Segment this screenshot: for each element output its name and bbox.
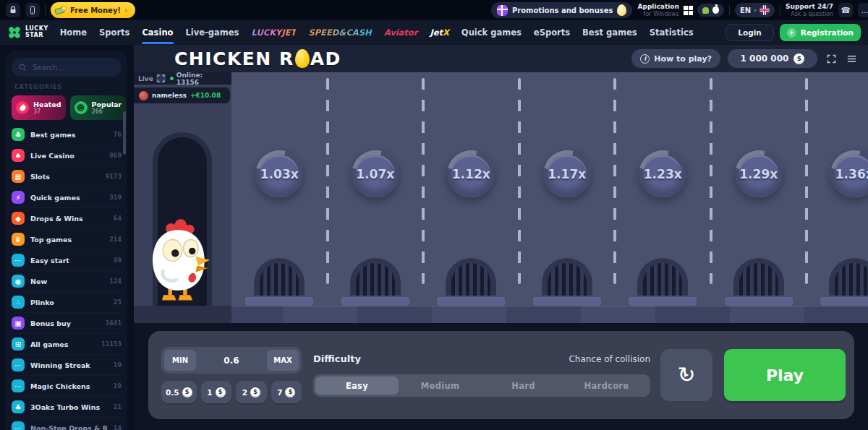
quick-bet-chip-7[interactable]: 7$ <box>271 381 302 403</box>
main-nav: LUCKY STAR HomeSportsCasinoLive-gamesLuc… <box>0 20 868 45</box>
sidebar-item-count: 9173 <box>106 173 122 180</box>
chevron-down-icon: ▾ <box>754 7 757 14</box>
nav-item-live-games[interactable]: Live-games <box>186 27 239 38</box>
sidebar-item-label: Winning Streak <box>30 361 108 369</box>
chat-button[interactable]: … <box>858 3 868 17</box>
support-block[interactable]: Support 24/7 Ask a question <box>786 3 833 17</box>
sidebar-item-non-stop-drops-races[interactable]: ⋯Non-Stop Drops & Races14 <box>12 418 122 430</box>
brand-line2: STAR <box>25 33 48 39</box>
multiplier-coin[interactable]: 1.36x <box>830 150 868 198</box>
sidebar-item-count: 49 <box>114 257 122 264</box>
play-button[interactable]: Play <box>724 349 846 401</box>
ask-question-label: Ask a question <box>791 11 833 18</box>
registration-button[interactable]: + Registration <box>780 24 861 41</box>
chip-value: 7 <box>277 388 282 397</box>
difficulty-easy[interactable]: Easy <box>315 377 399 395</box>
lane-4: 1.17x <box>519 72 616 306</box>
site-logo[interactable]: LUCKY STAR <box>7 25 48 40</box>
nav-item-esports[interactable]: eSports <box>534 27 570 38</box>
max-bet-button[interactable]: MAX <box>267 350 299 371</box>
difficulty-hardcore[interactable]: Hardcore <box>565 377 648 395</box>
nav-item-home[interactable]: Home <box>60 27 87 38</box>
sidebar-item-count: 14 <box>114 425 122 430</box>
multiplier-coin[interactable]: 1.23x <box>639 150 686 198</box>
free-money-button[interactable]: Free Money! › <box>51 2 135 18</box>
multiplier-coin[interactable]: 1.12x <box>447 150 495 198</box>
menu-button[interactable] <box>845 52 858 65</box>
sidebar-item-all-games[interactable]: ⊞All games11153 <box>12 334 122 355</box>
quick-bet-chip-0-5[interactable]: 0.5$ <box>161 381 197 403</box>
nav-items: HomeSportsCasinoLive-gamesLuckyJetSpeed&… <box>60 27 719 38</box>
language-label: EN <box>740 7 751 14</box>
mobile-app-button[interactable] <box>25 3 40 17</box>
grate-bars <box>835 263 868 296</box>
nav-item-quick-games[interactable]: Quick games <box>461 27 522 38</box>
sidebar-item-plinko[interactable]: ∴Plinko25 <box>12 292 122 313</box>
dollar-coin-icon: $ <box>793 53 804 64</box>
login-button[interactable]: Login <box>726 24 774 41</box>
multiplier-coin[interactable]: 1.29x <box>735 150 783 198</box>
fullscreen-button[interactable] <box>825 52 838 65</box>
difficulty-hard[interactable]: Hard <box>482 377 565 395</box>
how-to-play-button[interactable]: i How to play? <box>631 49 720 68</box>
divider <box>729 5 730 15</box>
nav-item-sports[interactable]: Sports <box>99 27 129 38</box>
lane-1: 1.03x <box>231 72 328 306</box>
nav-item-luckyjet[interactable]: LuckyJet <box>251 27 296 38</box>
sidebar-item-easy-start[interactable]: ⋯Easy start49 <box>12 250 122 271</box>
sidebar-item-label: Slots <box>30 173 100 181</box>
nav-item-aviator[interactable]: Aviator <box>384 27 418 38</box>
nav-item-jetx[interactable]: JetX <box>430 27 448 38</box>
title-post: AD <box>310 48 341 69</box>
featured-badge-heated[interactable]: Heated37 <box>12 95 66 120</box>
sidebar-item-magic-chickens[interactable]: ⋯Magic Chickens19 <box>12 376 122 397</box>
sidebar: CATEGORIES Heated37☻Popular266 ♣Best gam… <box>6 51 127 430</box>
nav-item-casino[interactable]: Casino <box>142 27 173 38</box>
sidebar-item-3oaks-turbo-wins[interactable]: ♣3Oaks Turbo Wins21 <box>12 397 122 418</box>
quick-bet-chip-2[interactable]: 2$ <box>236 381 266 403</box>
autoplay-button[interactable]: ↻ ▶ <box>660 349 712 401</box>
chip-value: 0.5 <box>166 388 179 397</box>
expand-button[interactable] <box>156 74 166 83</box>
sidebar-item-drops-wins[interactable]: ◆Drops & Wins64 <box>12 208 122 229</box>
free-money-label: Free Money! <box>70 7 121 14</box>
sidebar-item-slots[interactable]: ▦Slots9173 <box>12 166 122 187</box>
sidebar-item-quick-games[interactable]: ⚡Quick games319 <box>12 187 122 208</box>
promotions-label: Promotions and bonuses <box>512 7 613 14</box>
bet-value[interactable]: 0.6 <box>224 356 239 366</box>
min-bet-button[interactable]: MIN <box>164 350 196 371</box>
os-badges[interactable] <box>697 4 724 17</box>
multiplier-coin[interactable]: 1.03x <box>255 150 303 198</box>
nav-item-speed-cash[interactable]: Speed&Cash <box>308 27 371 38</box>
difficulty-medium[interactable]: Medium <box>399 377 482 395</box>
winner-name: nameless <box>152 92 187 99</box>
app-download[interactable]: Application for Windows <box>637 3 723 17</box>
promotions-button[interactable]: Promotions and bonuses <box>491 2 633 18</box>
bet-column: MIN 0.6 MAX 0.5$1$2$7$ <box>161 347 302 403</box>
sidebar-item-live-casino[interactable]: ♠Live Casino869 <box>12 145 122 166</box>
sidebar-item-count: 19 <box>114 383 122 390</box>
crown-icon: ♛ <box>12 233 25 246</box>
sidebar-item-top-games[interactable]: ♛Top games214 <box>12 229 122 250</box>
sidebar-item-bonus-buy[interactable]: ▣Bonus buy1641 <box>12 313 122 334</box>
search-box[interactable] <box>12 58 122 77</box>
sidebar-scrollbar[interactable] <box>123 111 126 155</box>
sidebar-item-new[interactable]: ◉New124 <box>12 271 122 292</box>
featured-badge-popular[interactable]: ☻Popular266 <box>70 95 126 120</box>
nav-item-statistics[interactable]: Statistics <box>650 27 694 38</box>
apple-icon <box>712 7 719 14</box>
lock-button[interactable] <box>6 3 20 17</box>
nav-item-best-games[interactable]: Best games <box>582 27 637 38</box>
sidebar-item-winning-streak[interactable]: ⋯Winning Streak19 <box>12 355 122 376</box>
grate-ledge <box>437 297 505 306</box>
featured-label: Heated <box>33 100 61 108</box>
search-input[interactable] <box>31 63 103 72</box>
sidebar-item-best-games[interactable]: ♣Best games76 <box>12 124 122 145</box>
multiplier-coin[interactable]: 1.17x <box>543 150 591 198</box>
phone-support-button[interactable]: ☎ <box>838 3 853 17</box>
multiplier-coin[interactable]: 1.07x <box>352 150 399 198</box>
language-selector[interactable]: EN ▾ <box>735 3 775 17</box>
game-title: CHICKEN RAD <box>174 48 341 69</box>
chip-value: 1 <box>207 388 212 397</box>
quick-bet-chip-1[interactable]: 1$ <box>201 381 231 403</box>
